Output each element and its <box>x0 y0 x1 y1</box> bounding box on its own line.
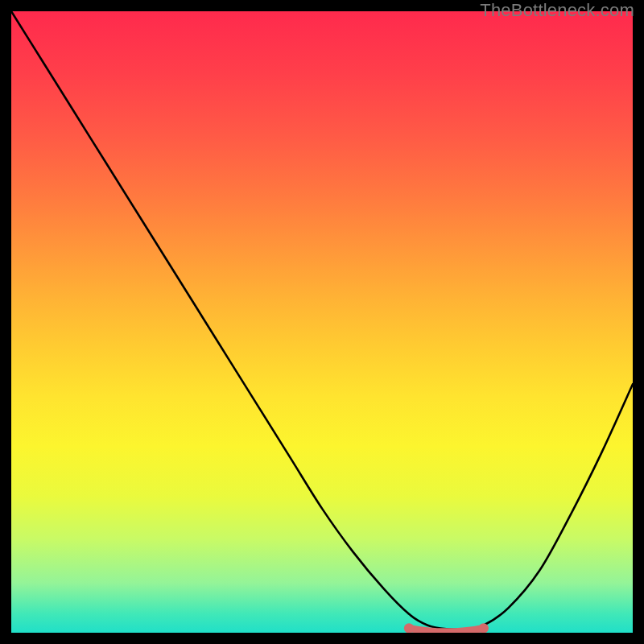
chart-frame <box>11 11 633 633</box>
watermark-text: TheBottleneck.com <box>480 0 634 21</box>
chart-gradient-background <box>11 11 633 633</box>
